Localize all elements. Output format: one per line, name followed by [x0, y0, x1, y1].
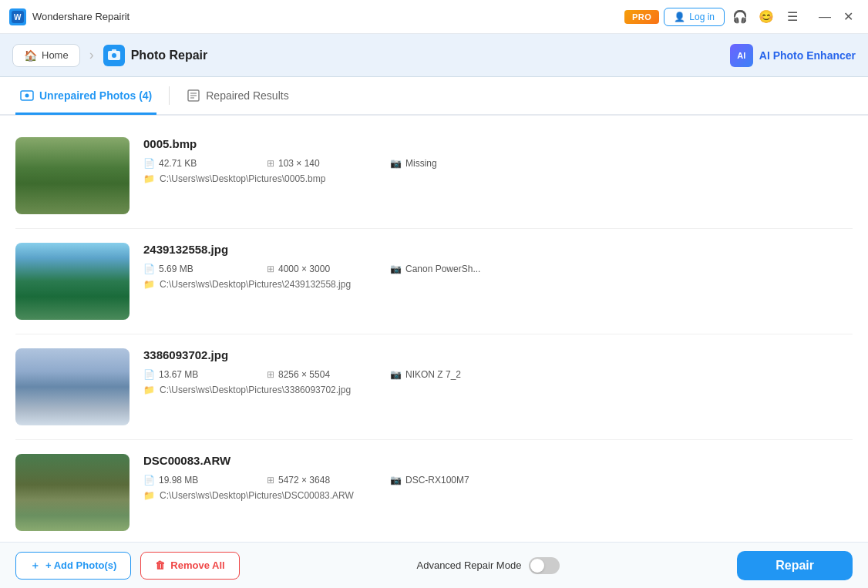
photo-path: 📁 C:\Users\ws\Desktop\Pictures\DSC00083.…: [143, 490, 853, 501]
pro-badge[interactable]: PRO: [624, 10, 659, 24]
photo-name: 2439132558.jpg: [143, 243, 853, 256]
emoji-icon[interactable]: 😊: [755, 6, 777, 28]
folder-icon: 📁: [143, 173, 155, 184]
add-icon: ＋: [30, 559, 40, 573]
remove-all-button[interactable]: 🗑 Remove All: [140, 552, 239, 580]
photo-path: 📁 C:\Users\ws\Desktop\Pictures\243913255…: [143, 279, 853, 290]
file-icon: 📄: [143, 158, 155, 169]
photo-meta: 📄 42.71 KB ⊞ 103 × 140 📷 Missing: [143, 158, 853, 169]
file-icon: 📄: [143, 264, 155, 274]
photo-list-item: 0005.bmp 📄 42.71 KB ⊞ 103 × 140 📷 Missin…: [15, 123, 853, 229]
advanced-repair-mode: Advanced Repair Mode: [417, 557, 560, 574]
photo-thumbnail: [15, 454, 130, 531]
window-controls: — ✕: [814, 6, 859, 28]
photo-size: 📄 13.67 MB: [143, 369, 251, 380]
photo-path: 📁 C:\Users\ws\Desktop\Pictures\338609370…: [143, 385, 853, 395]
photo-thumbnail: [15, 137, 130, 214]
folder-icon: 📁: [143, 279, 155, 290]
dimension-icon: ⊞: [267, 158, 274, 169]
tab-repaired[interactable]: Repaired Results: [182, 78, 293, 115]
bottom-bar: ＋ + Add Photo(s) 🗑 Remove All Advanced R…: [0, 542, 868, 588]
photo-thumbnail: [15, 348, 130, 425]
titlebar-right: PRO 👤 Log in 🎧 😊 ☰ — ✕: [624, 6, 859, 28]
svg-point-3: [112, 53, 116, 58]
photo-dimensions: ⊞ 4000 × 3000: [267, 264, 375, 274]
navbar-left: 🏠 Home › Photo Repair: [12, 44, 207, 67]
dimension-icon: ⊞: [267, 369, 274, 380]
home-button[interactable]: 🏠 Home: [12, 44, 80, 67]
dimension-icon: ⊞: [267, 475, 274, 486]
minimize-button[interactable]: —: [814, 6, 836, 28]
camera-icon: 📷: [390, 475, 402, 486]
photo-info: 0005.bmp 📄 42.71 KB ⊞ 103 × 140 📷 Missin…: [143, 137, 853, 184]
svg-point-6: [25, 93, 29, 97]
photo-path: 📁 C:\Users\ws\Desktop\Pictures\0005.bmp: [143, 173, 853, 184]
photo-repair-label: Photo Repair: [131, 49, 208, 62]
photo-list-item: 3386093702.jpg 📄 13.67 MB ⊞ 8256 × 5504 …: [15, 334, 853, 440]
close-button[interactable]: ✕: [837, 6, 859, 28]
photo-name: DSC00083.ARW: [143, 454, 853, 467]
photo-info: 2439132558.jpg 📄 5.69 MB ⊞ 4000 × 3000 📷…: [143, 243, 853, 290]
app-logo: W: [9, 8, 26, 25]
bottom-left-actions: ＋ + Add Photo(s) 🗑 Remove All: [15, 552, 240, 580]
photo-repair-icon: [103, 45, 125, 66]
photo-name: 3386093702.jpg: [143, 348, 853, 361]
photo-list-item: 2439132558.jpg 📄 5.69 MB ⊞ 4000 × 3000 📷…: [15, 229, 853, 334]
repaired-tab-icon: [187, 89, 200, 102]
photo-camera: 📷 DSC-RX100M7: [390, 475, 498, 486]
ai-icon: AI: [730, 44, 753, 67]
dimension-icon: ⊞: [267, 264, 274, 274]
photo-meta: 📄 5.69 MB ⊞ 4000 × 3000 📷 Canon PowerSh.…: [143, 264, 853, 274]
photos-list: 0005.bmp 📄 42.71 KB ⊞ 103 × 140 📷 Missin…: [0, 116, 868, 542]
titlebar-left: W Wondershare Repairit: [9, 8, 130, 25]
ai-enhancer-label: AI Photo Enhancer: [759, 49, 856, 62]
headphone-icon[interactable]: 🎧: [729, 6, 751, 28]
camera-icon: 📷: [390, 369, 402, 380]
unrepaired-tab-icon: [20, 89, 34, 102]
tabs-bar: Unrepaired Photos (4) Repaired Results: [0, 77, 868, 116]
user-icon: 👤: [674, 12, 685, 22]
toggle-knob: [530, 559, 544, 573]
photo-size: 📄 42.71 KB: [143, 158, 251, 169]
photo-dimensions: ⊞ 8256 × 5504: [267, 369, 375, 380]
photo-thumbnail: [15, 243, 130, 320]
photo-meta: 📄 19.98 MB ⊞ 5472 × 3648 📷 DSC-RX100M7: [143, 475, 853, 486]
photo-repair-nav: Photo Repair: [103, 45, 208, 66]
app-title: Wondershare Repairit: [32, 11, 130, 22]
folder-icon: 📁: [143, 385, 155, 395]
tab-unrepaired[interactable]: Unrepaired Photos (4): [15, 78, 156, 115]
file-icon: 📄: [143, 369, 155, 380]
login-button[interactable]: 👤 Log in: [664, 8, 725, 26]
camera-icon: 📷: [390, 264, 402, 274]
photo-info: 3386093702.jpg 📄 13.67 MB ⊞ 8256 × 5504 …: [143, 348, 853, 395]
advanced-mode-toggle[interactable]: [529, 557, 560, 574]
ai-enhancer-nav[interactable]: AI AI Photo Enhancer: [730, 44, 856, 67]
menu-icon[interactable]: ☰: [782, 6, 803, 28]
file-icon: 📄: [143, 475, 155, 486]
tab-repaired-label: Repaired Results: [206, 89, 288, 102]
camera-icon: 📷: [390, 158, 402, 169]
folder-icon: 📁: [143, 490, 155, 501]
tab-divider: [169, 86, 170, 105]
photo-size: 📄 5.69 MB: [143, 264, 251, 274]
tab-unrepaired-label: Unrepaired Photos (4): [39, 89, 152, 102]
svg-rect-4: [112, 49, 116, 52]
home-label: Home: [42, 49, 69, 61]
trash-icon: 🗑: [155, 559, 165, 571]
nav-separator: ›: [89, 47, 94, 63]
navbar: 🏠 Home › Photo Repair AI AI Photo Enhanc…: [0, 34, 868, 77]
photo-meta: 📄 13.67 MB ⊞ 8256 × 5504 📷 NIKON Z 7_2: [143, 369, 853, 380]
home-icon: 🏠: [24, 49, 37, 62]
photo-dimensions: ⊞ 5472 × 3648: [267, 475, 375, 486]
photo-list-item: DSC00083.ARW 📄 19.98 MB ⊞ 5472 × 3648 📷 …: [15, 440, 853, 542]
photo-camera: 📷 NIKON Z 7_2: [390, 369, 498, 380]
photo-camera: 📷 Canon PowerSh...: [390, 264, 498, 274]
svg-text:W: W: [14, 13, 22, 22]
photo-size: 📄 19.98 MB: [143, 475, 251, 486]
main-content: Unrepaired Photos (4) Repaired Results 0…: [0, 77, 868, 542]
add-photos-button[interactable]: ＋ + Add Photo(s): [15, 552, 131, 580]
advanced-mode-label: Advanced Repair Mode: [417, 559, 522, 571]
photo-camera: 📷 Missing: [390, 158, 498, 169]
repair-button[interactable]: Repair: [737, 551, 853, 580]
titlebar: W Wondershare Repairit PRO 👤 Log in 🎧 😊 …: [0, 0, 868, 34]
